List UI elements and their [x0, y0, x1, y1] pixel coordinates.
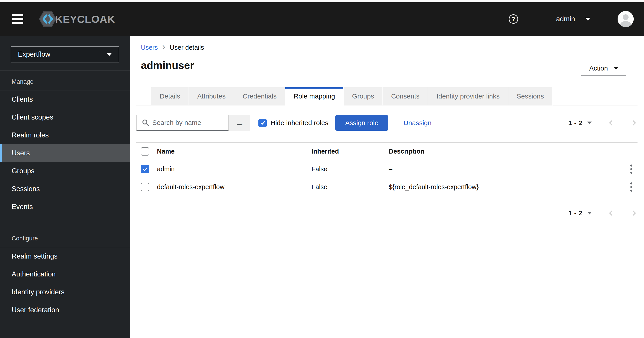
sidebar: Expertflow Manage Clients Client scopes …	[0, 36, 130, 338]
row-checkbox[interactable]	[141, 165, 149, 173]
sidebar-item-clients[interactable]: Clients	[0, 90, 130, 108]
nav-manage: Clients Client scopes Realm roles Users …	[0, 90, 130, 216]
tab-identity-provider-links[interactable]: Identity provider links	[428, 87, 508, 106]
tab-role-mapping[interactable]: Role mapping	[285, 87, 344, 106]
sidebar-item-identity-providers[interactable]: Identity providers	[0, 283, 130, 301]
nav-section-configure: Configure	[12, 233, 38, 244]
search-input[interactable]	[152, 119, 228, 126]
breadcrumb-chevron-icon: ›	[162, 44, 165, 50]
search-submit-button[interactable]: →	[228, 115, 250, 131]
sidebar-item-realm-settings[interactable]: Realm settings	[0, 247, 130, 265]
pagination-top: 1 - 2	[568, 119, 638, 127]
hamburger-menu-icon[interactable]	[12, 14, 23, 24]
pagination-range: 1 - 2	[568, 210, 582, 217]
avatar[interactable]	[618, 11, 634, 27]
unassign-link[interactable]: Unassign	[404, 119, 432, 127]
action-label: Action	[589, 64, 608, 72]
pagination-prev-button[interactable]	[608, 210, 615, 217]
keycloak-logo: KEYCLOAK	[39, 10, 115, 29]
chevron-right-icon	[630, 210, 638, 217]
avatar-person-icon	[618, 11, 634, 27]
tab-attributes[interactable]: Attributes	[189, 87, 234, 106]
search-field[interactable]	[136, 115, 228, 131]
masthead: KEYCLOAK ? admin	[0, 2, 644, 36]
assign-role-button[interactable]: Assign role	[335, 115, 388, 131]
table-header-row: Name Inherited Description	[136, 142, 638, 160]
sidebar-item-groups[interactable]: Groups	[0, 162, 130, 180]
breadcrumb-current: User details	[170, 44, 204, 51]
hide-inherited-checkbox[interactable]	[258, 119, 267, 127]
search-icon	[142, 119, 149, 126]
table-row: default-roles-expertflow False ${role_de…	[136, 178, 638, 196]
sidebar-item-users[interactable]: Users	[0, 144, 130, 162]
pagination-prev-button[interactable]	[608, 119, 615, 126]
row-kebab-menu[interactable]	[625, 181, 638, 194]
breadcrumb-users-link[interactable]: Users	[141, 44, 158, 51]
tab-details[interactable]: Details	[151, 87, 189, 106]
hide-inherited-label[interactable]: Hide inherited roles	[270, 119, 328, 127]
role-description: ${role_default-roles-expertflow}	[389, 183, 625, 191]
tab-consents[interactable]: Consents	[383, 87, 428, 106]
sidebar-item-sessions[interactable]: Sessions	[0, 180, 130, 198]
row-checkbox[interactable]	[141, 183, 149, 191]
row-kebab-menu[interactable]	[625, 163, 638, 176]
masthead-right: ? admin	[509, 11, 634, 27]
keycloak-hexagon-icon	[39, 10, 56, 29]
tab-groups[interactable]: Groups	[344, 87, 383, 106]
sidebar-item-realm-roles[interactable]: Realm roles	[0, 126, 130, 144]
user-menu-caret-icon[interactable]	[585, 18, 590, 20]
nav-configure: Realm settings Authentication Identity p…	[0, 247, 130, 319]
sidebar-item-client-scopes[interactable]: Client scopes	[0, 108, 130, 126]
table-row: admin False –	[136, 160, 638, 178]
toolbar: → Hide inherited roles Assign role Unass…	[136, 114, 638, 131]
pagination-caret-icon[interactable]	[587, 122, 592, 124]
pagination-range: 1 - 2	[568, 119, 582, 127]
role-description: –	[389, 166, 625, 173]
sidebar-item-events[interactable]: Events	[0, 198, 130, 216]
page-title: adminuser	[141, 59, 194, 72]
realm-selector[interactable]: Expertflow	[11, 46, 119, 62]
role-mapping-table: Name Inherited Description admin False –	[136, 142, 638, 196]
role-inherited: False	[312, 166, 389, 173]
main-content: Users › User details adminuser Action De…	[130, 36, 644, 338]
chevron-down-icon	[106, 53, 112, 56]
role-name: default-roles-expertflow	[157, 183, 312, 191]
action-dropdown-button[interactable]: Action	[581, 61, 626, 76]
chevron-left-icon	[608, 210, 615, 217]
browser-top-strip	[0, 0, 644, 2]
pagination-bottom: 1 - 2	[568, 205, 638, 221]
help-icon[interactable]: ?	[509, 14, 518, 24]
username[interactable]: admin	[556, 15, 575, 23]
select-all-checkbox[interactable]	[141, 147, 149, 156]
check-icon	[142, 166, 148, 172]
pagination-caret-icon[interactable]	[587, 212, 592, 214]
sidebar-divider	[0, 70, 130, 71]
role-name: admin	[157, 166, 312, 173]
brand-wordmark: KEYCLOAK	[55, 13, 115, 25]
column-header-name: Name	[157, 148, 312, 155]
tab-sessions[interactable]: Sessions	[508, 87, 553, 106]
chevron-right-icon	[630, 119, 638, 126]
sidebar-item-user-federation[interactable]: User federation	[0, 301, 130, 319]
chevron-left-icon	[608, 119, 615, 126]
sidebar-item-authentication[interactable]: Authentication	[0, 265, 130, 283]
column-header-inherited: Inherited	[312, 148, 389, 155]
tabs: Details Attributes Credentials Role mapp…	[136, 87, 638, 106]
realm-selector-value: Expertflow	[18, 50, 50, 58]
breadcrumb: Users › User details	[141, 44, 204, 51]
column-header-description: Description	[389, 148, 625, 155]
check-icon	[260, 120, 265, 126]
pagination-next-button[interactable]	[630, 210, 638, 217]
tab-credentials[interactable]: Credentials	[234, 87, 285, 106]
nav-section-manage: Manage	[12, 76, 34, 87]
search-group: →	[136, 115, 250, 131]
role-inherited: False	[312, 183, 389, 191]
chevron-down-icon	[614, 67, 618, 70]
arrow-right-icon: →	[235, 118, 244, 128]
pagination-next-button[interactable]	[630, 119, 638, 126]
